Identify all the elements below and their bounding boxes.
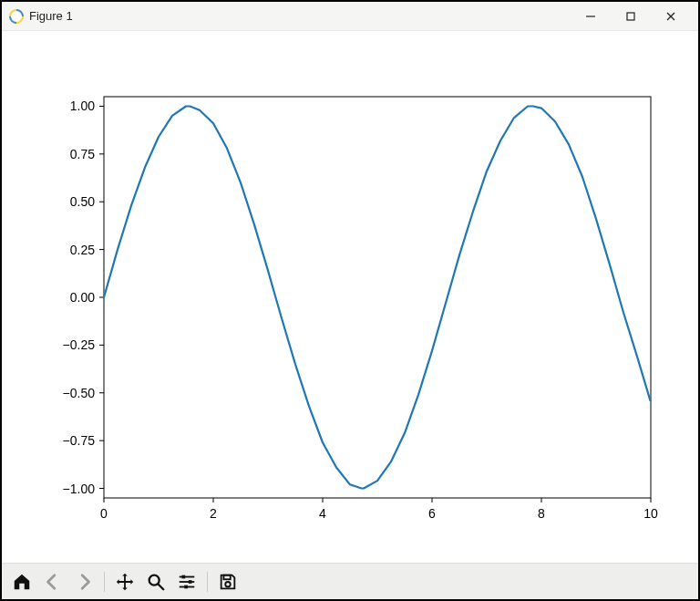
app-icon	[9, 9, 24, 24]
toolbar-separator	[104, 572, 105, 592]
svg-text:−0.50: −0.50	[63, 385, 96, 399]
svg-text:10: 10	[643, 506, 658, 521]
svg-text:6: 6	[428, 506, 436, 521]
minimize-button[interactable]	[571, 4, 611, 29]
figure-canvas[interactable]: 0246810−1.00−0.75−0.50−0.250.000.250.500…	[2, 31, 698, 563]
svg-point-45	[225, 582, 231, 587]
close-button[interactable]	[651, 4, 691, 29]
maximize-button[interactable]	[611, 4, 651, 29]
back-button[interactable]	[38, 567, 67, 596]
arrow-right-icon	[74, 572, 94, 592]
svg-rect-41	[182, 575, 186, 578]
svg-rect-2	[627, 13, 634, 20]
toolbar-separator	[207, 572, 208, 592]
home-button[interactable]	[7, 567, 36, 596]
window-titlebar: Figure 1	[2, 2, 698, 31]
svg-text:0.75: 0.75	[70, 146, 95, 161]
save-button[interactable]	[213, 567, 242, 596]
svg-text:2: 2	[210, 506, 217, 521]
svg-text:−1.00: −1.00	[63, 481, 96, 495]
configure-button[interactable]	[172, 567, 201, 596]
magnify-icon	[146, 572, 166, 592]
pan-button[interactable]	[110, 567, 139, 596]
zoom-button[interactable]	[141, 567, 170, 596]
forward-button[interactable]	[69, 567, 98, 596]
move-icon	[115, 572, 135, 592]
svg-text:−0.75: −0.75	[63, 433, 96, 448]
svg-text:1.00: 1.00	[70, 98, 95, 113]
svg-text:4: 4	[319, 506, 326, 521]
sliders-icon	[177, 572, 197, 592]
svg-rect-43	[184, 585, 188, 588]
nav-toolbar	[2, 563, 698, 599]
svg-rect-5	[104, 97, 651, 498]
svg-text:0.50: 0.50	[70, 194, 95, 209]
chart-plot: 0246810−1.00−0.75−0.50−0.250.000.250.500…	[13, 42, 687, 553]
svg-rect-42	[189, 580, 192, 584]
svg-text:8: 8	[538, 506, 545, 521]
svg-text:0.00: 0.00	[70, 290, 95, 305]
svg-text:0.25: 0.25	[70, 242, 95, 256]
svg-text:−0.25: −0.25	[63, 337, 96, 352]
window-title: Figure 1	[29, 9, 73, 23]
svg-text:0: 0	[100, 506, 108, 521]
arrow-left-icon	[43, 572, 63, 592]
home-icon	[12, 572, 32, 592]
save-icon	[218, 572, 238, 592]
svg-rect-44	[223, 575, 230, 579]
svg-line-37	[159, 584, 164, 589]
